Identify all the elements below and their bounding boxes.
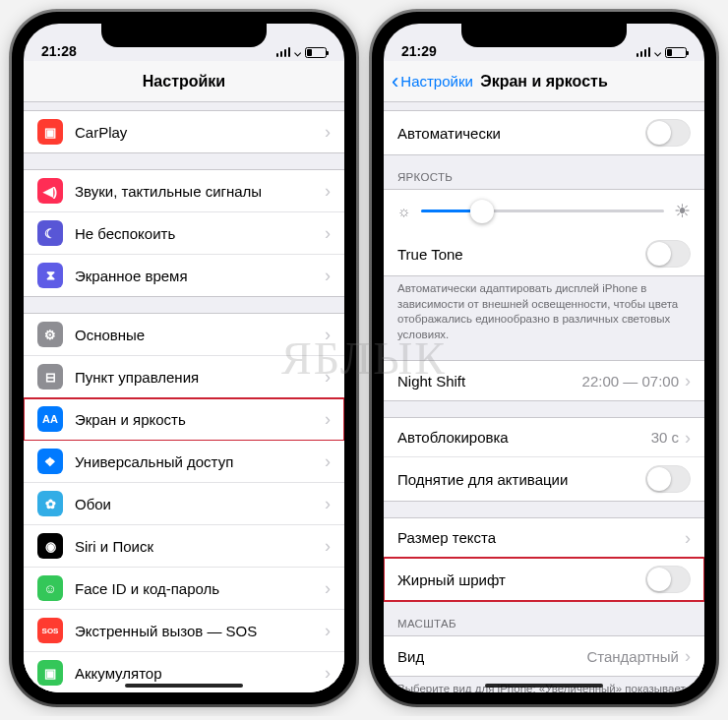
row-auto[interactable]: Автоматически — [384, 111, 704, 154]
chevron-right-icon: › — [685, 429, 691, 447]
battery-icon — [305, 47, 327, 58]
cellular-icon — [276, 47, 291, 57]
section-header-brightness: ЯРКОСТЬ — [384, 155, 704, 187]
battery-icon — [665, 47, 687, 58]
settings-row[interactable]: ☺Face ID и код-пароль› — [24, 568, 344, 610]
row-brightness-slider[interactable]: ☼ ☀ — [384, 190, 704, 232]
chevron-right-icon: › — [325, 182, 331, 200]
chevron-right-icon: › — [685, 372, 691, 390]
sun-low-icon: ☼ — [397, 203, 411, 219]
footer-truetone: Автоматически адаптировать дисплей iPhon… — [384, 276, 704, 344]
settings-row[interactable]: ▣CarPlay› — [24, 111, 344, 152]
settings-row[interactable]: ◀︎)Звуки, тактильные сигналы› — [24, 170, 344, 212]
settings-row[interactable]: ✿Обои› — [24, 483, 344, 525]
phone-right: 21:29 ⌵ ‹ Настройки Экран и яркость Авто… — [372, 12, 716, 704]
section-header-zoom: МАСШТАБ — [384, 602, 704, 633]
settings-row[interactable]: ⧗Экранное время› — [24, 255, 344, 296]
toggle-auto[interactable] — [645, 119, 691, 147]
nav-header: Настройки — [24, 61, 344, 102]
row-raise[interactable]: Поднятие для активации — [384, 457, 704, 501]
settings-row[interactable]: AAЭкран и яркость› — [24, 398, 344, 441]
row-nightshift[interactable]: Night Shift 22:00 — 07:00 › — [384, 361, 704, 400]
home-indicator[interactable] — [125, 684, 243, 688]
display-icon: AA — [37, 406, 63, 432]
cellular-icon — [637, 47, 651, 57]
settings-row[interactable]: ⊟Пункт управления› — [24, 356, 344, 398]
screen-left: 21:28 ⌵ Настройки ▣CarPlay›◀︎)Звуки, так… — [24, 24, 344, 692]
home-indicator[interactable] — [485, 684, 603, 688]
sun-high-icon: ☀ — [674, 200, 691, 222]
settings-row[interactable]: ☾Не беспокоить› — [24, 212, 344, 255]
chevron-right-icon: › — [325, 537, 331, 555]
chevron-right-icon: › — [325, 452, 331, 470]
chevron-right-icon: › — [685, 647, 691, 665]
general-icon: ⚙ — [37, 322, 63, 347]
chevron-right-icon: › — [325, 326, 331, 343]
chevron-right-icon: › — [325, 224, 331, 242]
nav-header: ‹ Настройки Экран и яркость — [384, 61, 704, 102]
row-truetone[interactable]: True Tone — [384, 232, 704, 275]
settings-row[interactable]: ◉Siri и Поиск› — [24, 525, 344, 568]
control-center-icon: ⊟ — [37, 364, 63, 390]
chevron-right-icon: › — [685, 529, 691, 547]
display-settings-list[interactable]: Автоматически ЯРКОСТЬ ☼ ☀ True Tone — [384, 102, 704, 692]
row-autolock[interactable]: Автоблокировка 30 с › — [384, 418, 704, 457]
row-label: Экран и яркость — [75, 411, 325, 428]
page-title: Настройки — [143, 73, 225, 90]
row-label: Звуки, тактильные сигналы — [75, 183, 325, 200]
row-textsize[interactable]: Размер текста › — [384, 518, 704, 558]
row-label: Автоблокировка — [397, 429, 651, 446]
chevron-right-icon: › — [325, 664, 331, 682]
row-value: 30 с — [651, 429, 679, 446]
chevron-right-icon: › — [325, 622, 331, 639]
row-label: Siri и Поиск — [75, 538, 325, 555]
row-label: Face ID и код-пароль — [75, 580, 325, 597]
screentime-icon: ⧗ — [37, 263, 63, 288]
row-label: Night Shift — [397, 373, 582, 390]
notch — [101, 22, 267, 47]
row-label: Автоматически — [397, 125, 645, 142]
carplay-icon: ▣ — [37, 119, 63, 145]
siri-icon: ◉ — [37, 533, 63, 559]
back-button[interactable]: ‹ Настройки — [392, 61, 473, 101]
row-label: Основные — [75, 327, 325, 343]
chevron-right-icon: › — [325, 495, 331, 512]
settings-row[interactable]: SOSЭкстренный вызов — SOS› — [24, 610, 344, 652]
row-boldtext[interactable]: Жирный шрифт — [384, 558, 704, 601]
row-label: Пункт управления — [75, 369, 325, 386]
page-title: Экран и яркость — [480, 73, 608, 90]
chevron-right-icon: › — [325, 368, 331, 386]
row-view[interactable]: Вид Стандартный › — [384, 636, 704, 676]
status-time: 21:28 — [41, 43, 77, 59]
row-label: Обои — [75, 496, 325, 512]
toggle-raise[interactable] — [645, 465, 691, 493]
chevron-right-icon: › — [325, 267, 331, 284]
toggle-bold[interactable] — [645, 566, 691, 593]
row-label: Жирный шрифт — [397, 571, 645, 588]
row-label: Аккумулятор — [75, 665, 325, 682]
row-value: Стандартный — [586, 648, 679, 665]
row-label: Универсальный доступ — [75, 453, 325, 470]
toggle-truetone[interactable] — [645, 240, 691, 268]
status-time: 21:29 — [401, 43, 437, 59]
settings-row[interactable]: ❖Универсальный доступ› — [24, 441, 344, 483]
brightness-slider[interactable] — [421, 210, 664, 212]
wifi-icon: ⌵ — [294, 45, 301, 59]
row-label: CarPlay — [75, 124, 325, 141]
row-label: Поднятие для активации — [397, 471, 645, 488]
screen-right: 21:29 ⌵ ‹ Настройки Экран и яркость Авто… — [384, 24, 704, 692]
phone-left: 21:28 ⌵ Настройки ▣CarPlay›◀︎)Звуки, так… — [12, 12, 356, 704]
notch — [461, 22, 627, 47]
settings-list[interactable]: ▣CarPlay›◀︎)Звуки, тактильные сигналы›☾Н… — [24, 102, 344, 692]
settings-row[interactable]: ⚙Основные› — [24, 314, 344, 356]
battery-icon: ▣ — [37, 660, 63, 686]
row-label: Не беспокоить — [75, 225, 325, 242]
chevron-left-icon: ‹ — [392, 71, 398, 92]
row-label: Экстренный вызов — SOS — [75, 623, 325, 639]
row-label: Размер текста — [397, 529, 685, 546]
faceid-icon: ☺ — [37, 575, 63, 601]
row-value: 22:00 — 07:00 — [582, 373, 679, 390]
chevron-right-icon: › — [325, 410, 331, 428]
chevron-right-icon: › — [325, 123, 331, 141]
accessibility-icon: ❖ — [37, 449, 63, 474]
